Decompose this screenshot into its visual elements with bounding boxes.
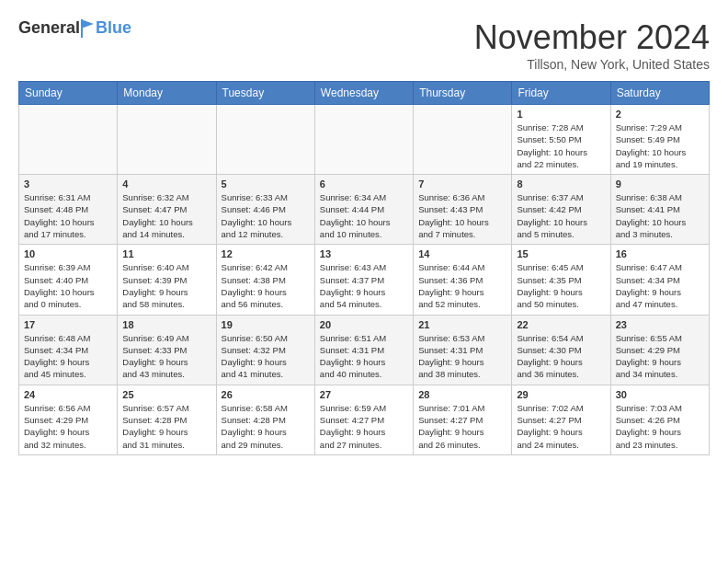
day-info: Sunrise: 6:58 AM Sunset: 4:28 PM Dayligh…: [222, 402, 310, 451]
calendar-cell: [118, 105, 216, 175]
calendar-cell: 13Sunrise: 6:43 AM Sunset: 4:37 PM Dayli…: [314, 245, 413, 315]
column-header-tuesday: Tuesday: [216, 82, 314, 105]
calendar-cell: 26Sunrise: 6:58 AM Sunset: 4:28 PM Dayli…: [216, 385, 314, 454]
title-block: November 2024 Tillson, New York, United …: [474, 18, 710, 72]
calendar-cell: 6Sunrise: 6:34 AM Sunset: 4:44 PM Daylig…: [314, 175, 413, 245]
calendar-cell: [314, 105, 413, 175]
day-info: Sunrise: 6:48 AM Sunset: 4:34 PM Dayligh…: [24, 332, 112, 381]
day-info: Sunrise: 6:40 AM Sunset: 4:39 PM Dayligh…: [122, 261, 210, 310]
calendar-week-row: 1Sunrise: 7:28 AM Sunset: 5:50 PM Daylig…: [19, 105, 710, 175]
calendar-cell: 10Sunrise: 6:39 AM Sunset: 4:40 PM Dayli…: [19, 245, 118, 315]
calendar-cell: 7Sunrise: 6:36 AM Sunset: 4:43 PM Daylig…: [414, 175, 512, 245]
calendar-cell: [414, 105, 512, 175]
day-number: 18: [122, 319, 210, 330]
calendar-week-row: 24Sunrise: 6:56 AM Sunset: 4:29 PM Dayli…: [19, 385, 710, 454]
column-header-wednesday: Wednesday: [314, 82, 413, 105]
calendar-cell: [19, 105, 118, 175]
day-number: 7: [418, 178, 506, 190]
month-title: November 2024: [474, 18, 710, 57]
day-number: 11: [122, 248, 210, 259]
day-number: 14: [418, 248, 506, 259]
day-info: Sunrise: 7:03 AM Sunset: 4:26 PM Dayligh…: [616, 402, 704, 451]
day-number: 6: [320, 178, 408, 190]
day-number: 27: [320, 389, 408, 400]
calendar-cell: 11Sunrise: 6:40 AM Sunset: 4:39 PM Dayli…: [118, 245, 216, 315]
day-info: Sunrise: 6:49 AM Sunset: 4:33 PM Dayligh…: [122, 332, 210, 381]
day-info: Sunrise: 6:53 AM Sunset: 4:31 PM Dayligh…: [418, 332, 506, 381]
page-header: General Blue November 2024 Tillson, New …: [18, 18, 710, 72]
day-number: 17: [24, 319, 112, 330]
day-info: Sunrise: 6:59 AM Sunset: 4:27 PM Dayligh…: [320, 402, 408, 451]
calendar-week-row: 17Sunrise: 6:48 AM Sunset: 4:34 PM Dayli…: [19, 315, 710, 385]
day-number: 26: [222, 389, 310, 400]
column-header-thursday: Thursday: [414, 82, 512, 105]
day-number: 16: [616, 248, 704, 259]
day-number: 13: [320, 248, 408, 259]
calendar-week-row: 10Sunrise: 6:39 AM Sunset: 4:40 PM Dayli…: [19, 245, 710, 315]
calendar-cell: 23Sunrise: 6:55 AM Sunset: 4:29 PM Dayli…: [610, 315, 709, 385]
calendar-cell: 20Sunrise: 6:51 AM Sunset: 4:31 PM Dayli…: [314, 315, 413, 385]
calendar-cell: 17Sunrise: 6:48 AM Sunset: 4:34 PM Dayli…: [19, 315, 118, 385]
day-info: Sunrise: 7:01 AM Sunset: 4:27 PM Dayligh…: [418, 402, 506, 451]
calendar-cell: 22Sunrise: 6:54 AM Sunset: 4:30 PM Dayli…: [512, 315, 610, 385]
day-number: 3: [24, 178, 112, 190]
calendar-week-row: 3Sunrise: 6:31 AM Sunset: 4:48 PM Daylig…: [19, 175, 710, 245]
day-info: Sunrise: 6:31 AM Sunset: 4:48 PM Dayligh…: [24, 191, 112, 240]
day-number: 8: [517, 178, 605, 190]
day-info: Sunrise: 6:32 AM Sunset: 4:47 PM Dayligh…: [122, 191, 210, 240]
calendar-cell: 30Sunrise: 7:03 AM Sunset: 4:26 PM Dayli…: [610, 385, 709, 454]
calendar-cell: 15Sunrise: 6:45 AM Sunset: 4:35 PM Dayli…: [512, 245, 610, 315]
day-number: 1: [517, 109, 605, 120]
day-info: Sunrise: 6:38 AM Sunset: 4:41 PM Dayligh…: [616, 191, 704, 240]
calendar-cell: 2Sunrise: 7:29 AM Sunset: 5:49 PM Daylig…: [610, 105, 709, 175]
calendar-cell: 24Sunrise: 6:56 AM Sunset: 4:29 PM Dayli…: [19, 385, 118, 454]
day-number: 20: [320, 319, 408, 330]
calendar-cell: 12Sunrise: 6:42 AM Sunset: 4:38 PM Dayli…: [216, 245, 314, 315]
day-number: 12: [222, 248, 310, 259]
location-text: Tillson, New York, United States: [474, 57, 710, 72]
calendar-cell: 18Sunrise: 6:49 AM Sunset: 4:33 PM Dayli…: [118, 315, 216, 385]
day-number: 5: [222, 178, 310, 190]
day-info: Sunrise: 6:34 AM Sunset: 4:44 PM Dayligh…: [320, 191, 408, 240]
calendar-cell: 14Sunrise: 6:44 AM Sunset: 4:36 PM Dayli…: [414, 245, 512, 315]
day-number: 15: [517, 248, 605, 259]
day-info: Sunrise: 6:57 AM Sunset: 4:28 PM Dayligh…: [122, 402, 210, 451]
day-info: Sunrise: 6:47 AM Sunset: 4:34 PM Dayligh…: [616, 261, 704, 310]
svg-marker-0: [81, 19, 94, 29]
day-number: 29: [517, 389, 605, 400]
day-number: 28: [418, 389, 506, 400]
day-info: Sunrise: 7:28 AM Sunset: 5:50 PM Dayligh…: [517, 121, 605, 170]
calendar-cell: 8Sunrise: 6:37 AM Sunset: 4:42 PM Daylig…: [512, 175, 610, 245]
day-info: Sunrise: 6:50 AM Sunset: 4:32 PM Dayligh…: [222, 332, 310, 381]
day-number: 4: [122, 178, 210, 190]
logo: General Blue: [18, 18, 131, 38]
day-info: Sunrise: 6:39 AM Sunset: 4:40 PM Dayligh…: [24, 261, 112, 310]
day-info: Sunrise: 6:37 AM Sunset: 4:42 PM Dayligh…: [517, 191, 605, 240]
day-info: Sunrise: 6:36 AM Sunset: 4:43 PM Dayligh…: [418, 191, 506, 240]
day-info: Sunrise: 6:45 AM Sunset: 4:35 PM Dayligh…: [517, 261, 605, 310]
day-number: 9: [616, 178, 704, 190]
day-info: Sunrise: 6:56 AM Sunset: 4:29 PM Dayligh…: [24, 402, 112, 451]
calendar-cell: 9Sunrise: 6:38 AM Sunset: 4:41 PM Daylig…: [610, 175, 709, 245]
day-number: 22: [517, 319, 605, 330]
day-info: Sunrise: 7:29 AM Sunset: 5:49 PM Dayligh…: [616, 121, 704, 170]
day-number: 2: [616, 109, 704, 120]
svg-rect-1: [81, 19, 83, 38]
column-header-friday: Friday: [512, 82, 610, 105]
day-number: 10: [24, 248, 112, 259]
day-info: Sunrise: 6:54 AM Sunset: 4:30 PM Dayligh…: [517, 332, 605, 381]
day-info: Sunrise: 6:51 AM Sunset: 4:31 PM Dayligh…: [320, 332, 408, 381]
day-info: Sunrise: 6:43 AM Sunset: 4:37 PM Dayligh…: [320, 261, 408, 310]
calendar-cell: [216, 105, 314, 175]
calendar-cell: 4Sunrise: 6:32 AM Sunset: 4:47 PM Daylig…: [118, 175, 216, 245]
calendar-cell: 21Sunrise: 6:53 AM Sunset: 4:31 PM Dayli…: [414, 315, 512, 385]
calendar-cell: 3Sunrise: 6:31 AM Sunset: 4:48 PM Daylig…: [19, 175, 118, 245]
calendar-table: SundayMondayTuesdayWednesdayThursdayFrid…: [18, 81, 710, 455]
calendar-cell: 1Sunrise: 7:28 AM Sunset: 5:50 PM Daylig…: [512, 105, 610, 175]
day-number: 30: [616, 389, 704, 400]
day-info: Sunrise: 7:02 AM Sunset: 4:27 PM Dayligh…: [517, 402, 605, 451]
calendar-cell: 19Sunrise: 6:50 AM Sunset: 4:32 PM Dayli…: [216, 315, 314, 385]
column-header-sunday: Sunday: [19, 82, 118, 105]
column-header-saturday: Saturday: [610, 82, 709, 105]
calendar-cell: 5Sunrise: 6:33 AM Sunset: 4:46 PM Daylig…: [216, 175, 314, 245]
